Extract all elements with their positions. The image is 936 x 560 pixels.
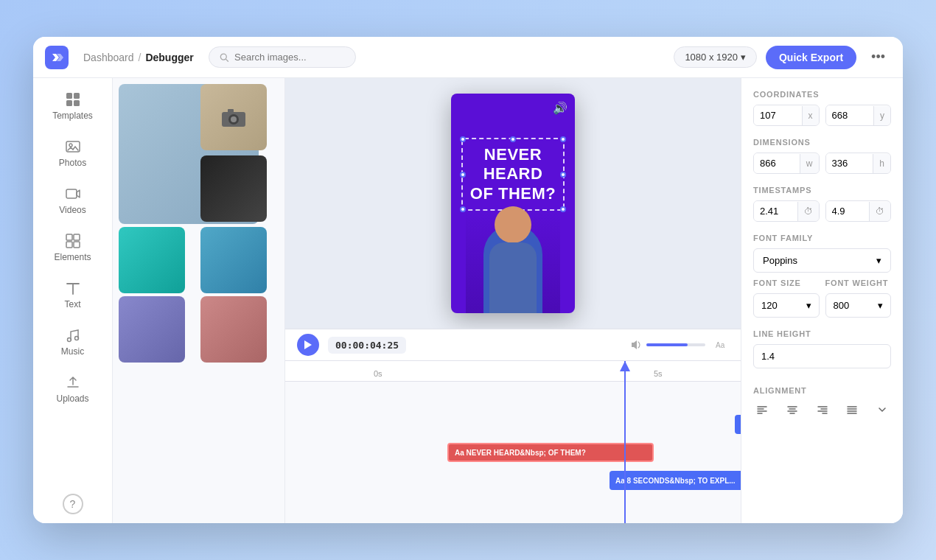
canvas-area: 🔊 NEVER HEARD OF THEM?	[285, 78, 741, 523]
align-center-icon	[786, 404, 798, 416]
track-clip-it-looks[interactable]: Aa IT LOOKS LIKE THIS IN GOOGLE	[735, 415, 741, 434]
resize-handle-left[interactable]	[460, 172, 466, 178]
alignment-row	[753, 401, 891, 421]
font-size-weight-row: 120 ▾ 800 ▾	[753, 293, 891, 318]
timeline-tracks: Aa &Nbsp;WEB STORIES&Nb... Aa IT LOOKS L…	[285, 382, 741, 523]
line-height-input[interactable]	[753, 344, 891, 368]
text-element[interactable]: NEVER HEARD OF THEM?	[461, 138, 565, 211]
align-right-button[interactable]	[814, 401, 831, 421]
breadcrumb: Dashboard / Debugger	[83, 52, 194, 63]
play-icon	[304, 340, 312, 349]
media-thumb[interactable]	[200, 84, 267, 150]
media-thumb[interactable]	[200, 227, 267, 293]
text-size-icon: Aa	[714, 337, 729, 352]
headline-text: NEVER HEARD OF THEM?	[469, 145, 557, 203]
videos-label: Videos	[59, 205, 85, 215]
font-family-chevron: ▾	[876, 255, 881, 266]
sidebar-item-music[interactable]: Music	[41, 320, 105, 364]
align-center-button[interactable]	[783, 401, 801, 421]
resize-handle-right[interactable]	[560, 172, 566, 178]
photos-label: Photos	[59, 158, 86, 168]
media-thumb[interactable]	[119, 227, 185, 293]
height-input[interactable]	[826, 153, 873, 173]
sidebar-item-photos[interactable]: Photos	[41, 131, 105, 175]
main-area: Templates Photos Videos	[33, 78, 903, 523]
search-icon	[220, 52, 228, 63]
elements-icon	[65, 233, 81, 249]
timeline-playhead[interactable]	[624, 361, 626, 523]
width-field: w	[753, 153, 820, 174]
timeline-controls: 00:00:04:25 Aa	[285, 329, 741, 361]
coordinates-section-title: COORDINATES	[753, 90, 891, 99]
canvas-viewport: 🔊 NEVER HEARD OF THEM?	[285, 78, 741, 329]
help-button[interactable]: ?	[63, 494, 83, 514]
track-clip-never-heard[interactable]: Aa NEVER HEARD&Nbsp; OF THEM?	[447, 443, 654, 462]
sidebar-item-templates[interactable]: Templates	[41, 84, 105, 128]
resize-handle-tl[interactable]	[460, 136, 466, 142]
font-size-label: FONT SIZE	[753, 279, 820, 287]
breadcrumb-parent[interactable]: Dashboard	[83, 52, 134, 63]
videos-icon	[65, 186, 81, 202]
media-panel	[113, 78, 285, 523]
x-label: x	[802, 106, 819, 125]
track-clip-8-seconds[interactable]: Aa 8 SECONDS&Nbsp; TO EXPL...	[610, 471, 741, 490]
ts-end-field: ⏱	[825, 200, 892, 222]
coordinates-row: x y	[753, 105, 891, 126]
sidebar-item-uploads[interactable]: Uploads	[41, 367, 105, 411]
ts-end-input[interactable]	[826, 201, 870, 221]
align-justify-button[interactable]	[843, 401, 861, 421]
font-weight-button[interactable]: 800 ▾	[825, 293, 892, 318]
templates-label: Templates	[52, 111, 93, 121]
figure-element	[466, 210, 560, 313]
align-justify-icon	[846, 404, 858, 416]
timecode-display: 00:00:04:25	[328, 337, 406, 354]
font-size-button[interactable]: 120 ▾	[753, 293, 820, 318]
resolution-button[interactable]: 1080 x 1920 ▾	[674, 46, 757, 68]
align-left-button[interactable]	[753, 401, 771, 421]
timestamps-section-title: TIMESTAMPS	[753, 186, 891, 195]
breadcrumb-separator: /	[139, 52, 142, 63]
dimensions-row: w h	[753, 153, 891, 174]
sidebar-item-videos[interactable]: Videos	[41, 178, 105, 223]
phone-canvas[interactable]: 🔊 NEVER HEARD OF THEM?	[451, 94, 575, 313]
media-grid	[113, 78, 284, 368]
more-options-button[interactable]: •••	[865, 46, 891, 68]
topbar: Dashboard / Debugger 1080 x 1920 ▾ Quick…	[33, 37, 903, 78]
quick-export-button[interactable]: Quick Export	[766, 46, 856, 69]
sidebar-item-text[interactable]: Text	[41, 273, 105, 317]
media-thumb[interactable]	[119, 296, 185, 363]
volume-slider[interactable]	[646, 343, 705, 346]
svg-point-13	[74, 337, 78, 340]
svg-rect-11	[74, 242, 80, 248]
timeline-ruler: 0s 5s 10s	[285, 361, 741, 382]
x-coord-input[interactable]	[754, 105, 802, 125]
resize-handle-tr[interactable]	[560, 136, 566, 142]
resize-handle-top[interactable]	[510, 136, 516, 142]
y-coord-input[interactable]	[826, 105, 874, 125]
y-coord-field: y	[825, 105, 892, 126]
svg-rect-17	[228, 109, 234, 113]
track-row: Aa &Nbsp;WEB STORIES&Nb...	[285, 385, 741, 408]
dimensions-section-title: DIMENSIONS	[753, 138, 891, 147]
play-button[interactable]	[297, 334, 319, 356]
svg-point-16	[231, 116, 237, 122]
font-family-dropdown[interactable]: Poppins ▾	[753, 248, 891, 273]
search-input[interactable]	[234, 52, 345, 63]
height-field: h	[825, 153, 892, 174]
width-input[interactable]	[754, 153, 800, 173]
sidebar-item-elements[interactable]: Elements	[41, 225, 105, 270]
svg-rect-2	[74, 93, 80, 99]
chevron-down-icon	[876, 404, 888, 416]
uploads-icon	[65, 374, 81, 391]
ts-start-input[interactable]	[754, 201, 797, 221]
figure-head	[495, 206, 531, 243]
svg-text:Aa: Aa	[716, 341, 725, 349]
volume-icon[interactable]: 🔊	[553, 101, 567, 115]
elements-label: Elements	[54, 252, 91, 262]
resize-handle-br[interactable]	[560, 206, 566, 212]
media-thumb[interactable]	[200, 296, 267, 363]
alignment-expand-button[interactable]	[873, 401, 891, 421]
music-label: Music	[61, 346, 84, 357]
media-thumb[interactable]	[200, 155, 267, 222]
resize-handle-bl[interactable]	[460, 206, 466, 212]
